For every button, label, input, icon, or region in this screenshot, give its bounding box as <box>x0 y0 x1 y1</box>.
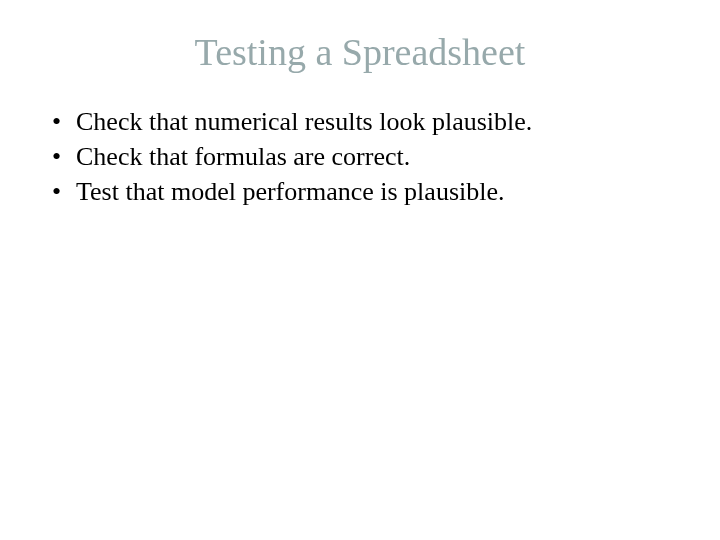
list-item: Check that formulas are correct. <box>46 139 680 174</box>
bullet-list: Check that numerical results look plausi… <box>46 104 680 209</box>
slide-title: Testing a Spreadsheet <box>40 30 680 74</box>
slide: Testing a Spreadsheet Check that numeric… <box>0 0 720 540</box>
list-item: Check that numerical results look plausi… <box>46 104 680 139</box>
list-item: Test that model performance is plausible… <box>46 174 680 209</box>
